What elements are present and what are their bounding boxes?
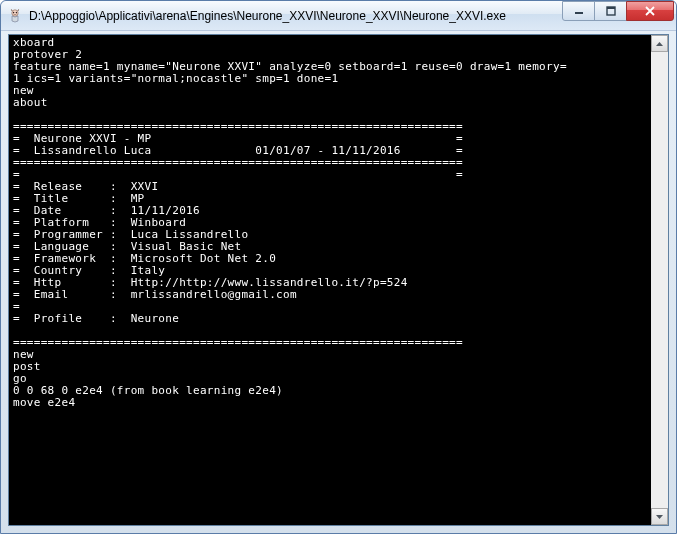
scroll-track[interactable] [651, 52, 668, 508]
scroll-down-button[interactable] [651, 508, 668, 525]
console-area: xboard protover 2 feature name=1 myname=… [8, 34, 669, 526]
app-icon [7, 8, 23, 24]
close-button[interactable] [626, 1, 674, 21]
titlebar[interactable]: D:\Appoggio\Applicativi\arena\Engines\Ne… [1, 1, 676, 31]
maximize-button[interactable] [594, 1, 627, 21]
scroll-up-button[interactable] [651, 35, 668, 52]
vertical-scrollbar[interactable] [651, 35, 668, 525]
window-controls [563, 1, 674, 21]
app-window: D:\Appoggio\Applicativi\arena\Engines\Ne… [0, 0, 677, 534]
svg-point-0 [12, 9, 18, 15]
svg-rect-3 [575, 12, 583, 14]
console-output: xboard protover 2 feature name=1 myname=… [9, 35, 668, 411]
svg-point-1 [13, 11, 14, 13]
svg-point-2 [16, 11, 17, 13]
minimize-button[interactable] [562, 1, 595, 21]
svg-rect-5 [607, 7, 615, 9]
window-title: D:\Appoggio\Applicativi\arena\Engines\Ne… [29, 9, 563, 23]
